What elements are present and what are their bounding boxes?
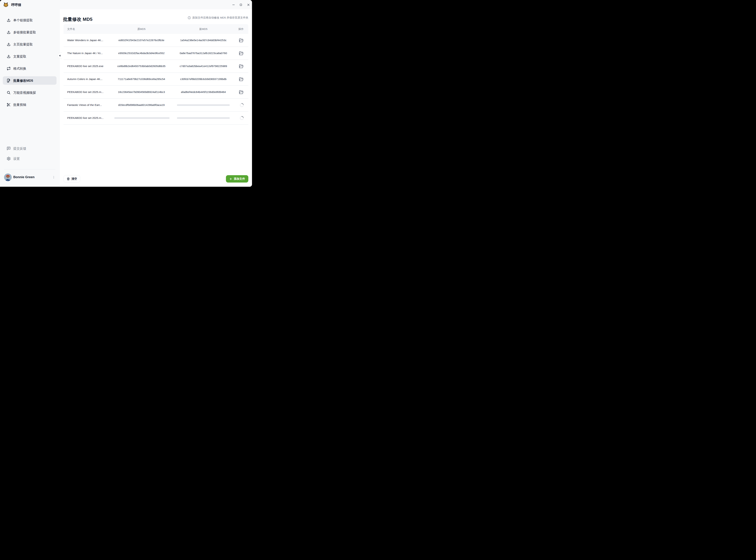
gear-icon: [7, 157, 11, 161]
cat-icon: [3, 2, 8, 7]
maximize-icon: [239, 3, 242, 6]
open-folder-button[interactable]: [239, 77, 244, 82]
minimize-button[interactable]: [231, 2, 236, 7]
action-cell: [238, 38, 248, 43]
sidebar-item-label: 批量修改MD5: [13, 78, 33, 83]
spinner-icon: [239, 102, 244, 107]
file-name-cell: PEEKABOO live set 2025.m...: [63, 116, 114, 120]
sidebar-item-6[interactable]: 批量修改MD5: [3, 76, 57, 85]
plus-icon: [229, 177, 232, 180]
file-name-cell: Fantastic VIews of the Eart...: [63, 103, 114, 106]
close-icon: [247, 3, 250, 6]
file-pen-icon: [7, 79, 11, 83]
sidebar-item-7[interactable]: 万能音视频嗅探: [3, 88, 57, 97]
file-name-cell: Water Wonders in Japan 4K...: [63, 39, 114, 42]
avatar: [4, 174, 12, 181]
action-cell: [238, 116, 248, 120]
sidebar-item-label: 单个链接提取: [13, 18, 33, 22]
title-bar: 哼哼猫: [0, 0, 252, 9]
open-folder-button[interactable]: [239, 38, 244, 43]
file-name-cell: PEEKABOO live set 2025.exe: [63, 64, 114, 68]
action-cell: [238, 90, 248, 95]
sidebar-item-4[interactable]: 文案提取: [3, 52, 57, 61]
open-folder-button[interactable]: [239, 90, 244, 95]
new-md5-cell: afad6ef4edc84b445f1156d0e8fd9484: [168, 91, 238, 94]
new-md5-cell: [168, 117, 238, 119]
download-icon: [7, 18, 11, 22]
add-files-button-label: 添加文件: [234, 177, 245, 181]
sidebar-item-label: 文案提取: [13, 54, 26, 59]
open-folder-button[interactable]: [239, 64, 244, 68]
table-row: Fantastic VIews of the Eart... d20ecdf9d…: [63, 99, 248, 112]
sidebar-item-2[interactable]: 多链接批量提取: [3, 28, 57, 36]
hint-text: 添加文件后将自动修改 MD5 并保存至原文件夹: [192, 16, 248, 20]
action-cell: [238, 51, 248, 56]
download-icon: [7, 30, 11, 34]
action-cell: [238, 77, 248, 82]
old-md5-cell: 18c23645ee7b0904569d6924af114bc3: [114, 91, 168, 94]
page-title: 批量修改 MD5: [63, 16, 93, 22]
sidebar-item-3[interactable]: 主页批量提取: [3, 40, 57, 48]
search-icon: [7, 91, 11, 95]
old-md5-cell: ed832f41f343e2107e57e22876c0fb3e: [114, 39, 168, 42]
table-row: Autumn Colors in Japan 4K... 711171a8e87…: [63, 73, 248, 86]
clear-button-label: 清空: [72, 177, 77, 181]
old-md5-cell: [114, 117, 168, 119]
old-md5-cell: ce8bd8b2ed6493753b0ab0d2605d6b35: [114, 64, 168, 68]
sidebar-footer-item-label: 设置: [13, 157, 20, 161]
main-panel: 批量修改 MD5 添加文件后将自动修改 MD5 并保存至原文件夹 文件名 原MD…: [60, 9, 252, 187]
info-icon: [187, 16, 191, 19]
table-row: Water Wonders in Japan 4K... ed832f41f34…: [63, 34, 248, 47]
close-button[interactable]: [245, 2, 251, 7]
sidebar: 单个链接提取 多链接批量提取 主页批量提取 文案提取 格式转换 批量修改MD5 …: [0, 9, 60, 187]
message-icon: [7, 146, 11, 151]
scissors-icon: [7, 103, 11, 107]
spinner-icon: [239, 115, 244, 120]
app-window: 哼哼猫 单个链接提取 多链接批量提取 主页批量提取 文案提取 格式转换 批量修改…: [0, 0, 252, 187]
sidebar-item-1[interactable]: 单个链接提取: [3, 16, 57, 24]
trash-icon: [67, 177, 70, 180]
sidebar-footer-item-1[interactable]: 提交反馈: [3, 144, 57, 153]
table-row: The Nature in Japan 4K / Ki... e9939c253…: [63, 47, 248, 60]
sidebar-item-5[interactable]: 格式转换: [3, 64, 57, 73]
clear-button[interactable]: 清空: [63, 175, 80, 182]
user-menu-button[interactable]: [51, 175, 56, 180]
column-header-action: 操作: [238, 27, 248, 31]
sidebar-nav: 单个链接提取 多链接批量提取 主页批量提取 文案提取 格式转换 批量修改MD5 …: [0, 9, 59, 109]
sidebar-footer-item-label: 提交反馈: [13, 146, 26, 151]
sidebar-item-8[interactable]: 批量剪辑: [3, 100, 57, 109]
column-header-filename: 文件名: [63, 27, 114, 31]
table-header: 文件名 原MD5 新MD5 操作: [63, 24, 248, 34]
new-md5-cell: c30fcb7ef6b0209b3cb9d36937199bdb: [168, 78, 238, 81]
md5-table: 文件名 原MD5 新MD5 操作 Water Wonders in Japan …: [63, 24, 248, 125]
old-md5-cell: d20ecdf9d98b06aa6014286a6f0aca19: [114, 103, 168, 106]
column-header-new-md5: 新MD5: [168, 27, 238, 31]
download-icon: [7, 42, 11, 46]
sidebar-item-label: 多链接批量提取: [13, 30, 36, 35]
maximize-button[interactable]: [238, 2, 244, 7]
new-md5-cell: 0a8e7bad767ba312afb18223ca8a0760: [168, 52, 238, 55]
app-body: 单个链接提取 多链接批量提取 主页批量提取 文案提取 格式转换 批量修改MD5 …: [0, 9, 252, 187]
old-md5-cell: 711171a8e879b27c036d69ce8a265c54: [114, 78, 168, 81]
sidebar-footer: 提交反馈 设置: [0, 144, 59, 164]
kebab-icon: [52, 176, 55, 179]
sidebar-collapse-handle[interactable]: [58, 53, 62, 59]
old-md5-cell: e9939c2532d2fac4bda3b3d4e9fce552: [114, 52, 168, 55]
skeleton-bar: [177, 104, 230, 106]
user-card: Bonnie Green: [0, 173, 59, 183]
skeleton-bar: [177, 117, 230, 119]
download-icon: [7, 55, 11, 58]
sidebar-item-label: 批量剪辑: [13, 103, 26, 107]
sidebar-item-label: 主页批量提取: [13, 42, 33, 46]
open-folder-button[interactable]: [239, 51, 244, 56]
file-name-cell: Autumn Colors in Japan 4K...: [63, 78, 114, 81]
user-name: Bonnie Green: [13, 175, 35, 179]
sidebar-footer-item-2[interactable]: 设置: [3, 154, 57, 163]
table-body: Water Wonders in Japan 4K... ed832f41f34…: [63, 34, 248, 125]
chevron-left-icon: [59, 55, 60, 57]
table-row: PEEKABOO live set 2025.exe ce8bd8b2ed649…: [63, 60, 248, 73]
skeleton-bar: [114, 117, 170, 119]
sidebar-item-label: 格式转换: [13, 66, 26, 71]
action-cell: [238, 103, 248, 107]
add-files-button[interactable]: 添加文件: [226, 175, 248, 182]
